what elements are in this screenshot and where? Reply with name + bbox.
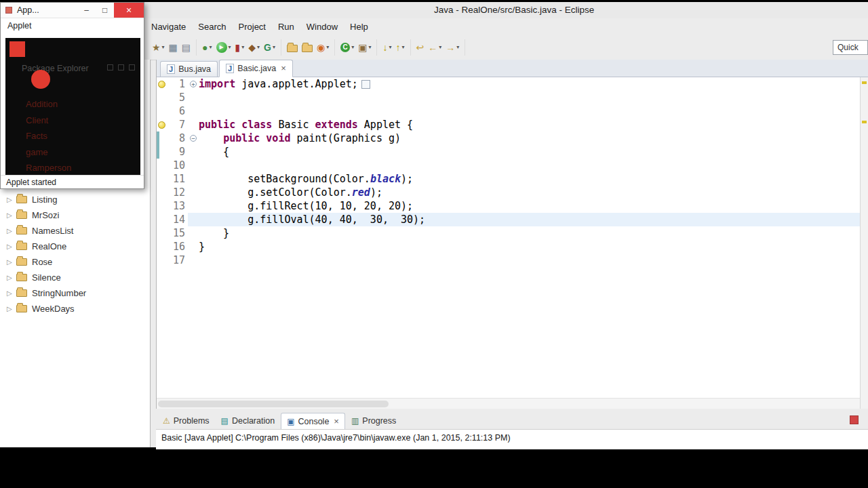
close-tab-icon[interactable]: × [334, 418, 339, 426]
warning-mark[interactable] [862, 81, 867, 84]
close-tab-icon[interactable]: × [281, 64, 286, 73]
dropdown-caret-icon[interactable]: ▾ [273, 44, 275, 50]
external-tools-icon[interactable]: ◆▾ [246, 40, 262, 55]
dropdown-caret-icon[interactable]: ▾ [456, 44, 459, 50]
expander-icon[interactable]: ▷ [7, 211, 16, 219]
dropdown-caret-icon[interactable]: ▾ [368, 44, 371, 50]
code-line-17[interactable]: 17 [157, 253, 860, 267]
save-icon[interactable]: ▦ [167, 40, 180, 55]
fold-toggle-icon[interactable]: + [190, 81, 197, 87]
expander-icon[interactable]: ▷ [7, 196, 16, 203]
screen: { "titlebar": { "title": "Java - RealOne… [0, 0, 868, 488]
new-wizard-icon[interactable]: ★▾ [150, 40, 167, 55]
close-button[interactable]: × [114, 3, 144, 18]
fold-ruler [188, 91, 199, 104]
prev-annotation-icon[interactable]: ↑▾ [394, 40, 407, 55]
folded-region-indicator[interactable] [361, 80, 370, 89]
quick-access[interactable]: Quick [833, 40, 868, 55]
dropdown-caret-icon[interactable]: ▾ [210, 44, 212, 50]
menu-window[interactable]: Window [300, 20, 344, 34]
tree-item-silence[interactable]: ▷Silence [0, 270, 150, 285]
expander-icon[interactable]: ▷ [7, 289, 16, 297]
tree-item-nameslist[interactable]: ▷NamesList [0, 223, 150, 239]
tab-console[interactable]: ▣Console× [281, 413, 345, 429]
forward-icon[interactable]: →▾ [443, 40, 461, 55]
last-edit-location-icon[interactable]: ↩ [414, 40, 427, 55]
code-line-15[interactable]: 15 } [157, 226, 860, 240]
code-line-10[interactable]: 10 [157, 159, 860, 172]
code-line-5[interactable]: 5 [157, 91, 860, 104]
coverage-icon[interactable]: ▮▾ [233, 40, 247, 55]
expander-icon[interactable]: ▷ [7, 258, 16, 266]
code-line-9[interactable]: 9 { [157, 145, 860, 159]
menu-help[interactable]: Help [344, 20, 374, 34]
code-text: g.setColor(Color.red); [199, 186, 860, 199]
minimize-button[interactable]: – [77, 3, 96, 18]
open-folder-icon[interactable] [285, 40, 300, 55]
toolbar-group: ↩←▾→▾ [411, 39, 466, 56]
warning-bulb-icon[interactable] [158, 121, 165, 129]
web-folder-icon[interactable] [300, 40, 315, 55]
tab-progress[interactable]: ▥Progress [346, 413, 401, 429]
print-icon[interactable]: ▤ [180, 40, 193, 55]
tree-item-rose[interactable]: ▷Rose [0, 254, 150, 270]
maximize-button[interactable]: □ [96, 3, 114, 18]
menu-search[interactable]: Search [192, 20, 232, 34]
dropdown-caret-icon[interactable]: ▾ [389, 44, 391, 50]
expander-icon[interactable]: ▷ [7, 227, 16, 235]
glassfish-icon[interactable]: G▾ [262, 40, 277, 55]
back-icon[interactable]: ←▾ [426, 40, 443, 55]
dropdown-caret-icon[interactable]: ▾ [257, 44, 260, 50]
code-line-16[interactable]: 16} [157, 240, 860, 253]
search-icon[interactable]: ◉▾ [315, 40, 331, 55]
dropdown-caret-icon[interactable]: ▾ [241, 44, 244, 50]
overview-ruler[interactable] [860, 77, 868, 409]
code-line-6[interactable]: 6 [157, 104, 860, 118]
dropdown-caret-icon[interactable]: ▾ [162, 44, 165, 50]
dropdown-caret-icon[interactable]: ▾ [326, 44, 329, 50]
code-line-13[interactable]: 13 g.fillRect(10, 10, 20, 20); [157, 199, 860, 213]
code-line-7[interactable]: 7public class Basic extends Applet { [157, 118, 860, 131]
tree-item-mrsozi[interactable]: ▷MrSozi [0, 207, 150, 223]
code-line-8[interactable]: 8− public void paint(Graphics g) [157, 131, 860, 145]
code-line-11[interactable]: 11 setBackground(Color.black); [157, 172, 860, 186]
project-tree: ▷Listing▷MrSozi▷NamesList▷RealOne▷Rose▷S… [0, 192, 150, 317]
fold-toggle-icon[interactable]: − [190, 135, 197, 142]
tree-item-listing[interactable]: ▷Listing [0, 192, 150, 207]
tab-bus.java[interactable]: JBus.java [160, 61, 218, 77]
scrollbar-thumb[interactable] [158, 401, 389, 407]
progress-icon: ▥ [351, 417, 359, 425]
expander-icon[interactable]: ▷ [7, 243, 16, 250]
tab-problems[interactable]: ⚠Problems [157, 413, 215, 429]
code-line-1[interactable]: 1+import java.applet.Applet; [157, 77, 860, 91]
tab-basic.java[interactable]: JBasic.java× [219, 60, 293, 77]
tree-item-weekdays[interactable]: ▷WeekDays [0, 301, 150, 317]
code-text: } [199, 240, 860, 253]
code-area[interactable]: 1+import java.applet.Applet;567public cl… [157, 77, 860, 398]
menu-navigate[interactable]: Navigate [145, 20, 192, 34]
applet-menu[interactable]: Applet [1, 18, 144, 33]
horizontal-scrollbar[interactable] [157, 398, 860, 409]
new-java-package-icon[interactable]: ▣▾ [356, 40, 373, 55]
debug-icon[interactable]: ●▾ [200, 40, 214, 55]
tab-declaration[interactable]: ▤Declaration [216, 413, 281, 429]
menu-project[interactable]: Project [233, 20, 272, 34]
dropdown-caret-icon[interactable]: ▾ [351, 44, 354, 50]
expander-icon[interactable]: ▷ [7, 274, 16, 281]
dropdown-caret-icon[interactable]: ▾ [402, 44, 405, 50]
terminate-button[interactable] [850, 415, 859, 424]
tree-item-realone[interactable]: ▷RealOne [0, 239, 150, 254]
dropdown-caret-icon[interactable]: ▾ [439, 44, 441, 50]
menu-run[interactable]: Run [272, 20, 300, 34]
new-java-class-icon[interactable]: C▾ [338, 40, 356, 55]
applet-titlebar[interactable]: App... – □ × [1, 3, 144, 18]
run-icon[interactable]: ▶▾ [214, 40, 233, 55]
code-line-12[interactable]: 12 g.setColor(Color.red); [157, 186, 860, 199]
code-line-14[interactable]: 14 g.fillOval(40, 40, 30, 30); [157, 213, 860, 226]
tree-item-stringnumber[interactable]: ▷StringNumber [0, 285, 150, 301]
dropdown-caret-icon[interactable]: ▾ [229, 44, 231, 50]
next-annotation-icon[interactable]: ↓▾ [380, 40, 393, 55]
expander-icon[interactable]: ▷ [7, 305, 16, 312]
warning-bulb-icon[interactable] [158, 81, 165, 88]
warning-mark[interactable] [862, 121, 867, 123]
